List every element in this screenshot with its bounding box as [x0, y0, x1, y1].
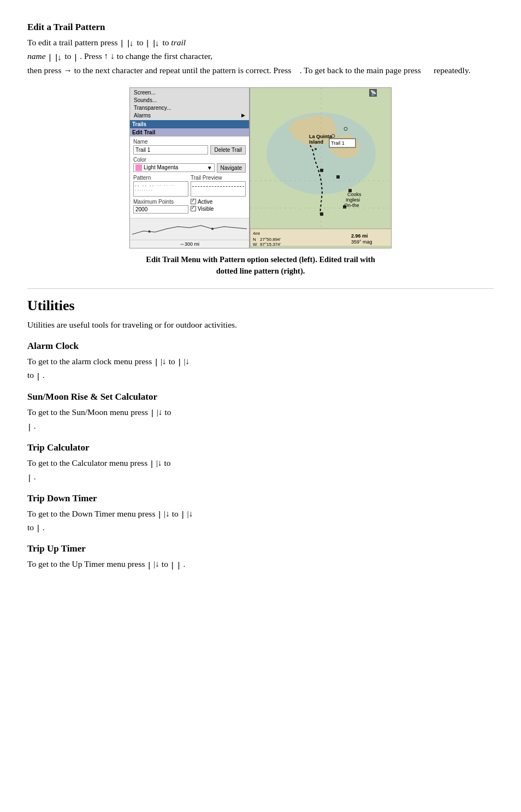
svg-text:359° mag: 359° mag [351, 239, 372, 245]
sunmoon-header: Sun/Moon Rise & Set Calculator [27, 392, 494, 402]
svg-text:La Quinta: La Quinta [309, 134, 332, 139]
menu-sounds: Sounds... [132, 97, 247, 104]
screenshot-caption: Edit Trail Menu with Pattern option sele… [27, 254, 494, 278]
pattern-label: Pattern [133, 175, 188, 181]
maxpts-right: Active Visible [191, 199, 246, 213]
trail-name-input[interactable]: Trail 1 [133, 145, 208, 155]
navigate-btn[interactable]: Navigate [217, 163, 246, 173]
trip-up-text: To get to the Up Timer menu press | |↓ t… [27, 558, 494, 571]
divider [27, 288, 494, 289]
preview-box [191, 181, 246, 197]
pipe-sm-2: | [28, 420, 31, 434]
elevation-graph [132, 221, 247, 236]
utilities-intro: Utilities are useful tools for traveling… [27, 318, 494, 332]
trip-up-header: Trip Up Timer [27, 543, 494, 554]
maxpts-label: Maximum Points [133, 199, 188, 205]
svg-text:Cooks: Cooks [347, 192, 362, 197]
pipe-2: | [146, 37, 149, 50]
svg-rect-6 [320, 169, 323, 172]
map-svg: La Quinta Island Trail 1 Cooks Inglesi O… [250, 88, 392, 246]
pipe-tc-2: | [28, 471, 31, 484]
pattern-box[interactable]: -- -- -- ·· ·· ·· ········ [133, 181, 188, 197]
pattern-dots-1: -- -- -- ·· ·· ·· ········ [135, 183, 187, 193]
edit-trail-section: Edit a Trail Pattern To edit a trail pat… [27, 22, 494, 78]
alarm-clock-header: Alarm Clock [27, 341, 494, 352]
trip-down-header: Trip Down Timer [27, 493, 494, 504]
name-input-row: Trail 1 Delete Trail [133, 145, 246, 155]
svg-text:N: N [253, 237, 256, 242]
pipe-tu-3: | [178, 559, 180, 572]
color-swatch [135, 164, 142, 171]
svg-point-0 [148, 230, 150, 233]
active-checkbox-row: Active [191, 199, 246, 205]
pipe-tc-1: | [151, 457, 153, 470]
trails-header: Trails [130, 120, 249, 128]
color-row: Light Magenta ▼ Navigate [133, 163, 246, 173]
utilities-title: Utilities [27, 298, 494, 314]
screenshot-area: Screen... Sounds... Transparency... Alar… [27, 87, 494, 248]
pipe-ac-1: | [155, 355, 157, 369]
menu-bar: Screen... Sounds... Transparency... Alar… [130, 88, 249, 120]
edit-trail-header: Edit Trail [130, 128, 249, 137]
pipe-tu-1: | [148, 559, 150, 572]
map-panel: La Quinta Island Trail 1 Cooks Inglesi O… [250, 87, 392, 248]
down-arr-1: |↓ [127, 37, 133, 50]
scale-row: ↔ 300 mi [130, 240, 249, 248]
svg-text:97°15.374': 97°15.374' [260, 242, 281, 246]
preview-line [192, 186, 244, 191]
svg-text:📡: 📡 [370, 90, 377, 96]
pattern-row: Pattern -- -- -- ·· ·· ·· ········ Trail… [133, 175, 246, 197]
menu-screen: Screen... [132, 89, 247, 96]
color-select[interactable]: Light Magenta ▼ [133, 163, 215, 172]
pipe-tu-2: | [171, 559, 174, 572]
svg-text:W: W [253, 242, 257, 246]
pipe-1: | [121, 37, 123, 50]
trip-down-text: To get to the Down Timer menu press | |↓… [27, 507, 494, 535]
sunmoon-text: To get to the Sun/Moon menu press | |↓ t… [27, 406, 494, 434]
maxpts-input[interactable]: 2000 [133, 205, 188, 214]
svg-rect-10 [320, 212, 323, 216]
svg-point-1 [211, 228, 214, 230]
pipe-sm-1: | [151, 406, 153, 419]
edit-trail-title: Edit a Trail Pattern [27, 22, 494, 33]
visible-checkbox[interactable] [191, 206, 196, 211]
pattern-section: Pattern -- -- -- ·· ·· ·· ········ [133, 175, 188, 197]
name-label: Name [133, 139, 246, 145]
svg-text:Trail 1: Trail 1 [331, 140, 345, 146]
down-arr-2: |↓ [153, 37, 159, 50]
maxpts-row: Maximum Points 2000 Active Visible [133, 199, 246, 214]
visible-checkbox-row: Visible [191, 206, 246, 212]
preview-section: Trail Preview [191, 175, 246, 197]
edit-trail-panel: Screen... Sounds... Transparency... Alar… [129, 87, 250, 248]
menu-transparency: Transparency... [132, 104, 247, 111]
name-section: Name Trail 1 Delete Trail Color Light Ma… [130, 137, 249, 218]
pipe-ac-2: | [179, 355, 181, 369]
svg-point-17 [315, 148, 317, 150]
alarm-clock-text: To get to the alarm clock menu press | |… [27, 355, 494, 383]
color-label: Color [133, 157, 246, 163]
edit-trail-para: To edit a trail pattern press | |↓ to | … [27, 36, 494, 78]
elevation-strip [130, 218, 249, 240]
utilities-section: Utilities Utilities are useful tools for… [27, 298, 494, 572]
svg-text:27°50.894': 27°50.894' [260, 237, 281, 242]
svg-rect-7 [336, 175, 340, 179]
svg-text:Inglesi: Inglesi [346, 197, 360, 203]
pipe-td-2: | [182, 508, 184, 521]
trip-calc-header: Trip Calculator [27, 442, 494, 453]
svg-text:2.96 mi: 2.96 mi [351, 233, 368, 239]
pipe-td-1: | [158, 508, 161, 521]
delete-trail-btn[interactable]: Delete Trail [210, 145, 246, 155]
svg-text:4mi: 4mi [253, 231, 260, 236]
active-checkbox[interactable] [191, 199, 196, 204]
trip-calc-text: To get to the Calculator menu press | |↓… [27, 457, 494, 484]
preview-label: Trail Preview [191, 175, 246, 181]
menu-alarms: Alarms [132, 112, 247, 119]
maxpts-left: Maximum Points 2000 [133, 199, 188, 214]
svg-text:On-the: On-the [344, 203, 359, 208]
